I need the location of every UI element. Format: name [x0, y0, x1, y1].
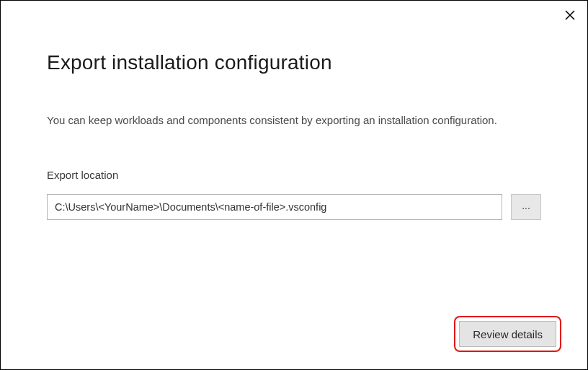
close-icon [565, 10, 575, 20]
export-location-input[interactable] [47, 194, 502, 220]
export-location-row: ... [47, 194, 541, 220]
dialog-body: Export installation configuration You ca… [1, 1, 587, 220]
review-details-button[interactable]: Review details [459, 321, 556, 347]
review-button-highlight: Review details [454, 316, 561, 352]
dialog-description: You can keep workloads and components co… [47, 112, 508, 128]
dialog-footer: Review details [454, 316, 561, 352]
close-button[interactable] [561, 6, 579, 24]
dialog-title: Export installation configuration [47, 51, 541, 74]
export-location-label: Export location [47, 169, 541, 181]
browse-button[interactable]: ... [511, 194, 541, 220]
